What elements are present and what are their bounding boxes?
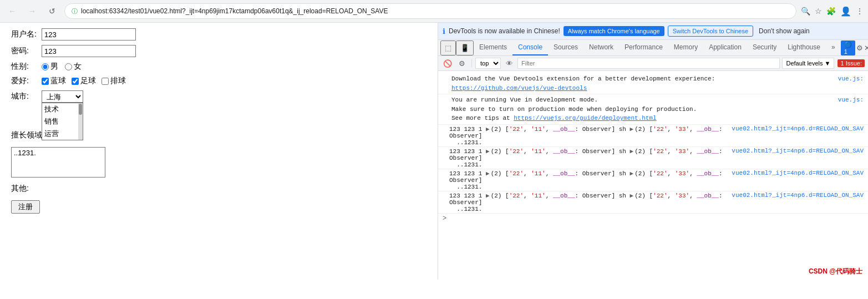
watermark: CSDN @代码骑士 bbox=[809, 267, 862, 276]
dropdown-scrollbar bbox=[78, 103, 83, 140]
back-button[interactable]: ← bbox=[4, 3, 20, 19]
scope-select[interactable]: top bbox=[475, 58, 501, 69]
gender-male-radio[interactable] bbox=[42, 63, 49, 70]
tab-lighthouse[interactable]: Lighthouse bbox=[782, 40, 826, 55]
device-icon[interactable]: 📱 bbox=[456, 40, 474, 55]
match-language-button[interactable]: Always match Chrome's language bbox=[564, 26, 664, 36]
console-toolbar: 🚫 ⚙ top 👁 Default levels ▼ 1 Issue: bbox=[438, 56, 868, 71]
address-bar[interactable]: ⓘ localhost:63342/test01/vue02.html?_ijt… bbox=[64, 3, 796, 19]
expand-1[interactable]: ▶ bbox=[486, 126, 490, 133]
prompt-arrow: > bbox=[443, 215, 446, 222]
hobby-group: 蓝球 足球 排球 bbox=[42, 76, 126, 86]
password-label: 密码: bbox=[11, 46, 42, 56]
tab-console[interactable]: Console bbox=[512, 40, 548, 55]
expand-5[interactable]: ▶ bbox=[486, 170, 490, 177]
log-source-1[interactable]: vue02.html?_ijt=4np6.d=RELOAD_ON_SAV bbox=[732, 125, 864, 132]
devtools-notification: ℹ DevTools is now available in Chinese! … bbox=[438, 23, 868, 40]
city-label: 城市: bbox=[11, 92, 42, 102]
dept-option-sales[interactable]: 销售 bbox=[42, 115, 78, 128]
tab-network[interactable]: Network bbox=[583, 40, 619, 55]
submit-button[interactable]: 注册 bbox=[11, 200, 40, 214]
log-source-4[interactable]: vue02.html?_ijt=4np6.d=RELOAD_ON_SAV bbox=[732, 192, 864, 199]
forward-button[interactable]: → bbox=[24, 3, 40, 19]
expertise-textarea[interactable]: ..1231. bbox=[11, 147, 105, 178]
eye-icon[interactable]: 👁 bbox=[503, 57, 515, 69]
dept-dropdown: 技术 销售 运营 bbox=[42, 103, 83, 140]
dept-option-tech[interactable]: 技术 bbox=[42, 103, 78, 115]
log-text-4: 123 123 1 ▶(2) ['22', '11', __ob__: Obse… bbox=[449, 192, 727, 212]
console-entry-2: You are running Vue in development mode.… bbox=[438, 94, 868, 125]
console-settings-button[interactable]: ⚙ bbox=[456, 57, 468, 69]
levels-label: Default levels ▼ bbox=[786, 60, 830, 67]
expand-4[interactable]: ▶ bbox=[630, 148, 634, 155]
username-input[interactable] bbox=[42, 28, 136, 40]
tab-security[interactable]: Security bbox=[747, 40, 782, 55]
issues-badge: 1 Issue: bbox=[837, 59, 865, 67]
dept-option-ops[interactable]: 运营 bbox=[42, 128, 78, 140]
expand-2[interactable]: ▶ bbox=[630, 126, 634, 133]
gender-female-option[interactable]: 女 bbox=[65, 62, 82, 72]
console-output: Download the Vue Devtools extension for … bbox=[438, 71, 868, 280]
console-log-3: 123 123 1 ▶(2) ['22', '11', __ob__: Obse… bbox=[438, 169, 868, 191]
console-text-2: You are running Vue in development mode.… bbox=[451, 95, 834, 123]
console-log-1: 123 123 1 ▶(2) ['22', '11', __ob__: Obse… bbox=[438, 125, 868, 147]
hobby-volleyball-checkbox[interactable] bbox=[101, 78, 109, 85]
switch-chinese-button[interactable]: Switch DevTools to Chinese bbox=[668, 26, 753, 37]
console-prompt: > bbox=[438, 214, 868, 224]
console-log-2: 123 123 1 ▶(2) ['22', '11', __ob__: Obse… bbox=[438, 147, 868, 169]
gender-female-radio[interactable] bbox=[65, 63, 72, 70]
log-source-3[interactable]: vue02.html?_ijt=4np6.d=RELOAD_ON_SAV bbox=[732, 170, 864, 176]
console-entry-1: Download the Vue Devtools extension for … bbox=[438, 73, 868, 94]
expand-7[interactable]: ▶ bbox=[486, 192, 490, 199]
page-content: 用户名: 密码: 性别: 男 女 爱好: bbox=[0, 23, 438, 280]
tab-performance[interactable]: Performance bbox=[619, 40, 668, 55]
devtools-tabs-bar: ⬚ 📱 Elements Console Sources Network Per… bbox=[438, 40, 868, 56]
tab-sources[interactable]: Sources bbox=[548, 40, 583, 55]
hobby-soccer-label: 足球 bbox=[80, 76, 96, 86]
hobby-volleyball-option[interactable]: 排球 bbox=[101, 76, 126, 86]
expertise-label: 擅长领域: bbox=[11, 130, 44, 140]
secure-icon: ⓘ bbox=[72, 7, 78, 16]
log-source-2[interactable]: vue02.html?_ijt=4np6.d=RELOAD_ON_SAV bbox=[732, 148, 864, 154]
devtools-panel: ℹ DevTools is now available in Chinese! … bbox=[438, 23, 868, 280]
hobby-label: 爱好: bbox=[11, 76, 42, 86]
hobby-soccer-checkbox[interactable] bbox=[72, 78, 79, 85]
deployment-link[interactable]: https://vuejs.org/guide/deployment.html bbox=[514, 115, 656, 121]
expand-6[interactable]: ▶ bbox=[630, 170, 634, 177]
hobby-soccer-option[interactable]: 足球 bbox=[72, 76, 96, 86]
expand-3[interactable]: ▶ bbox=[486, 148, 490, 155]
gender-male-option[interactable]: 男 bbox=[42, 62, 58, 72]
tab-count-badge: 🔵 1 bbox=[841, 40, 855, 55]
log-levels-button[interactable]: Default levels ▼ bbox=[782, 58, 834, 69]
password-input[interactable] bbox=[42, 45, 136, 57]
reload-button[interactable]: ↺ bbox=[44, 3, 60, 19]
console-source-1[interactable]: vue.js: bbox=[838, 74, 864, 84]
city-select[interactable]: 上海 北京 广州 bbox=[42, 90, 83, 103]
log-text-3: 123 123 1 ▶(2) ['22', '11', __ob__: Obse… bbox=[449, 170, 727, 190]
bookmark-icon[interactable]: ☆ bbox=[815, 7, 822, 16]
profile-icon[interactable]: 👤 bbox=[840, 6, 851, 17]
hobby-volleyball-label: 排球 bbox=[110, 76, 126, 86]
expand-8[interactable]: ▶ bbox=[630, 192, 634, 199]
devtools-link[interactable]: https://github.com/vuejs/vue-devtools bbox=[451, 85, 587, 92]
clear-console-button[interactable]: 🚫 bbox=[441, 57, 454, 69]
city-container: 上海 北京 广州 技术 销售 运营 bbox=[42, 90, 83, 103]
tab-application[interactable]: Application bbox=[703, 40, 747, 55]
hobby-basketball-checkbox[interactable] bbox=[42, 78, 49, 85]
devtools-settings-icon[interactable]: ⚙ bbox=[856, 44, 863, 52]
search-icon[interactable]: 🔍 bbox=[801, 7, 810, 16]
notification-text: DevTools is now available in Chinese! bbox=[449, 27, 560, 35]
console-source-2[interactable]: vue.js: bbox=[838, 95, 864, 105]
hobby-basketball-option[interactable]: 蓝球 bbox=[42, 76, 66, 86]
devtools-close-icon[interactable]: ✕ bbox=[864, 44, 868, 52]
gender-group: 男 女 bbox=[42, 62, 82, 72]
toolbar-separator bbox=[471, 59, 472, 67]
tab-more[interactable]: » bbox=[826, 40, 841, 55]
tab-memory[interactable]: Memory bbox=[668, 40, 703, 55]
dismiss-notification-button[interactable]: Don't show again bbox=[759, 27, 810, 35]
tab-elements[interactable]: Elements bbox=[474, 40, 512, 55]
settings-icon[interactable]: ⋮ bbox=[856, 7, 864, 16]
filter-input[interactable] bbox=[517, 58, 780, 69]
inspect-icon[interactable]: ⬚ bbox=[440, 40, 456, 55]
extension-icon[interactable]: 🧩 bbox=[826, 7, 836, 16]
